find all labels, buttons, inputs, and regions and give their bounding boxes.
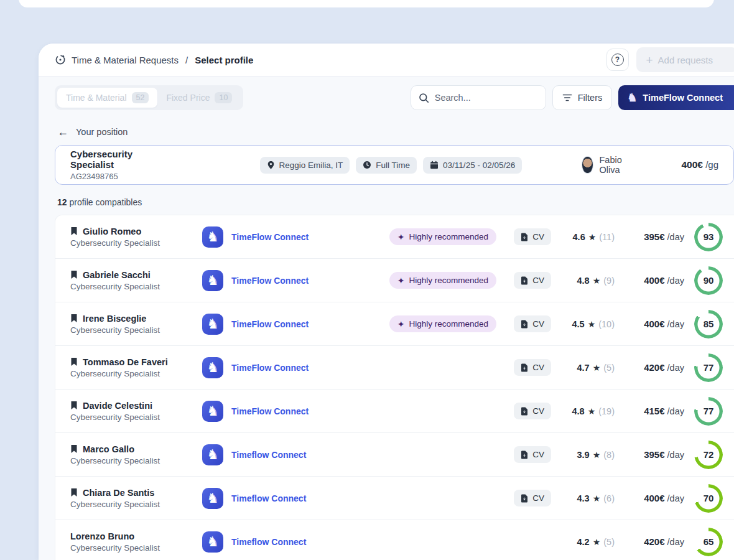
cv-badge[interactable]: CV [514,446,551,463]
cv-badge[interactable]: CV [514,315,551,332]
calendar-icon [430,161,439,169]
rating-value: 4.3 [577,493,590,503]
profile-row[interactable]: Irene Bisceglie Cybersecurity Specialist… [55,302,734,346]
price-value: 420€ [644,536,664,547]
profile-row[interactable]: Giulio Romeo Cybersecurity Specialist ♞ … [55,215,734,259]
price-unit: /day [667,493,684,503]
rating-cell: 4.8 ★ (19) [551,406,615,416]
cv-badge[interactable]: CV [514,403,551,419]
price-value: 395€ [644,449,664,460]
match-score-ring: 77 [694,397,723,426]
match-score-value: 65 [694,528,723,556]
rating-value: 4.2 [577,537,590,547]
cv-badge[interactable]: CV [514,359,551,376]
tab-time-and-material[interactable]: Time & Material 52 [57,88,157,108]
match-score-value: 90 [694,266,723,295]
location-label: Reggio Emilia, IT [279,161,343,170]
filters-button[interactable]: Filters [552,85,612,110]
profile-identity: Chiara De Santis Cybersecurity Specialis… [70,488,202,509]
bookmark-icon[interactable] [70,357,78,366]
profile-row[interactable]: Gabriele Sacchi Cybersecurity Specialist… [55,259,734,302]
bookmark-icon[interactable] [70,270,78,279]
back-arrow-icon[interactable]: ← [57,126,68,138]
add-requests-button[interactable]: + Add requests [636,47,734,72]
vendor-link[interactable]: TimeFlow Connect [231,276,309,286]
price-value: 420€ [644,362,664,373]
bookmark-icon[interactable] [70,401,78,410]
requests-icon [55,54,66,65]
bookmark-icon[interactable] [70,314,78,323]
vendor-cell: ♞ TimeFlow Connect [202,226,309,248]
profile-row[interactable]: Tommaso De Faveri Cybersecurity Speciali… [55,346,734,390]
star-icon: ★ [593,276,601,286]
vendor-link[interactable]: TimeFlow Connect [231,232,309,242]
cv-badge[interactable]: CV [514,490,551,506]
page-header: Time & Material Requests / Select profil… [39,44,734,77]
rating-cell: 3.9 ★ (8) [551,450,615,460]
match-score-ring: 72 [694,441,723,469]
vendor-link[interactable]: Timeflow Connect [231,493,306,503]
bookmark-icon[interactable] [70,226,78,236]
profile-row[interactable]: Chiara De Santis Cybersecurity Specialis… [55,477,734,520]
match-score-ring: 85 [694,310,723,338]
profile-metrics: CV 4.3 ★ (6) 400€ /day 70 [505,484,723,513]
match-score-value: 70 [694,484,723,513]
sparkle-icon: ✦ [397,233,405,241]
match-score-value: 77 [694,353,723,382]
vendor-link[interactable]: TimeFlow Connect [231,406,309,416]
rating-value: 4.5 [572,319,584,329]
vendor-link[interactable]: TimeFlow Connect [231,363,309,373]
review-count: (10) [598,319,615,329]
your-position-card[interactable]: Cybersecurity Specialist AG23498765 Regg… [55,145,734,185]
location-pin-icon [267,161,275,170]
profile-identity: Irene Bisceglie Cybersecurity Specialist [70,314,202,335]
price-value: 395€ [644,231,664,242]
cv-badge[interactable]: CV [514,272,551,289]
price-cell: 420€ /day [615,362,684,373]
fulltime-label: Full Time [376,161,410,170]
price-value: 400€ [644,493,664,503]
review-count: (8) [603,450,615,460]
review-count: (5) [603,537,615,547]
document-icon [521,450,528,459]
vendor-link[interactable]: Timeflow Connect [231,537,306,547]
highly-recommended-badge: ✦ Highly recommended [389,228,496,245]
tab-count-badge: 10 [215,92,232,103]
profile-name: Giulio Romeo [83,226,141,236]
rating-value: 4.8 [577,276,590,286]
request-type-tabs: Time & Material 52 Fixed Price 10 [55,85,243,110]
tab-fixed-price[interactable]: Fixed Price 10 [157,88,241,108]
rating-cell: 4.8 ★ (9) [551,276,615,286]
profile-identity: Marco Gallo Cybersecurity Specialist [70,444,202,465]
rating-value: 4.7 [577,363,590,373]
price-cell: 395€ /day [615,231,684,242]
timeflow-connect-button[interactable]: ♞ TimeFlow Connect [618,85,734,110]
bookmark-icon[interactable] [70,488,78,497]
plus-icon: + [646,54,653,66]
app-window: Time & Material Requests / Select profil… [39,44,734,560]
timeflow-logo-icon: ♞ [202,531,223,553]
document-icon [521,363,528,372]
profile-row[interactable]: Marco Gallo Cybersecurity Specialist ♞ T… [55,433,734,477]
vendor-link[interactable]: Timeflow Connect [231,450,306,460]
cv-label: CV [532,406,544,416]
profile-row[interactable]: Lorenzo Bruno Cybersecurity Specialist ♞… [55,520,734,560]
review-count: (19) [598,406,615,416]
vendor-cell: ♞ TimeFlow Connect [202,270,309,291]
position-info: Cybersecurity Specialist AG23498765 [70,149,142,181]
bookmark-icon[interactable] [70,444,78,454]
highly-recommended-label: Highly recommended [409,319,488,329]
cv-badge[interactable]: CV [514,228,551,245]
dates-badge: 03/11/25 - 02/05/26 [423,157,522,174]
vendor-link[interactable]: TimeFlow Connect [231,319,309,329]
price-cell: 395€ /day [615,449,684,460]
profile-role: Cybersecurity Specialist [70,369,202,378]
price-unit: /day [667,276,684,286]
profile-row[interactable]: Davide Celestini Cybersecurity Specialis… [55,390,734,433]
vendor-cell: ♞ TimeFlow Connect [202,357,309,378]
timeflow-logo-icon: ♞ [202,444,223,465]
rating-cell: 4.3 ★ (6) [551,493,615,503]
search-input[interactable] [435,93,538,103]
breadcrumb-root[interactable]: Time & Material Requests [72,55,179,65]
help-button[interactable]: ? [606,49,629,71]
